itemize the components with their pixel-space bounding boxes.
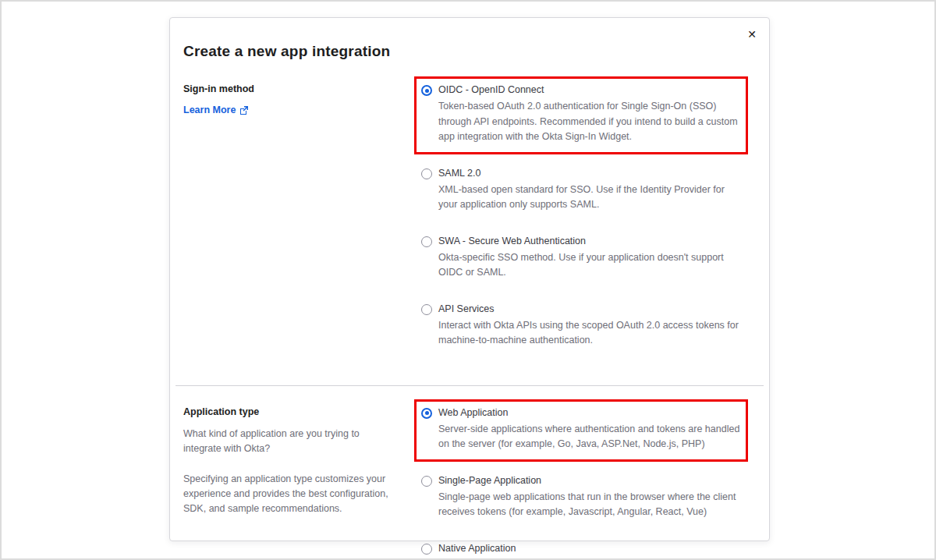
option-label: Native Application bbox=[438, 542, 741, 555]
option-api-services[interactable]: API Services Interact with Okta APIs usi… bbox=[414, 296, 748, 358]
option-description: Okta-specific SSO method. Use if your ap… bbox=[438, 250, 741, 281]
signin-method-options: OIDC - OpenID Connect Token-based OAuth … bbox=[414, 76, 748, 363]
signin-method-left-column: Sign-in method Learn More bbox=[183, 76, 414, 116]
option-text: Native Application Desktop or mobile app… bbox=[438, 542, 741, 560]
option-native-application[interactable]: Native Application Desktop or mobile app… bbox=[414, 535, 748, 560]
option-web-application[interactable]: Web Application Server-side applications… bbox=[414, 399, 748, 462]
option-label: OIDC - OpenID Connect bbox=[438, 83, 741, 96]
option-single-page-application[interactable]: Single-Page Application Single-page web … bbox=[414, 467, 748, 530]
option-text: Web Application Server-side applications… bbox=[438, 406, 741, 452]
dialog-title: Create a new app integration bbox=[183, 43, 748, 60]
radio-unselected-icon[interactable] bbox=[421, 544, 432, 555]
learn-more-link[interactable]: Learn More bbox=[183, 105, 248, 115]
option-text: API Services Interact with Okta APIs usi… bbox=[438, 303, 741, 349]
radio-selected-icon[interactable] bbox=[421, 85, 432, 96]
option-saml-2-0[interactable]: SAML 2.0 XML-based open standard for SSO… bbox=[414, 160, 748, 222]
option-swa-secure-web-authentication[interactable]: SWA - Secure Web Authentication Okta-spe… bbox=[414, 228, 748, 290]
application-type-label: Application type bbox=[183, 406, 391, 417]
application-type-help-text-2: Specifying an application type customize… bbox=[183, 472, 391, 516]
radio-unselected-icon[interactable] bbox=[421, 168, 432, 179]
signin-method-label: Sign-in method bbox=[183, 83, 391, 94]
learn-more-label: Learn More bbox=[183, 105, 236, 115]
option-label: SWA - Secure Web Authentication bbox=[438, 235, 741, 247]
radio-unselected-icon[interactable] bbox=[421, 304, 432, 315]
application-type-options: Web Application Server-side applications… bbox=[414, 399, 748, 560]
application-type-section: Application type What kind of applicatio… bbox=[183, 399, 748, 560]
option-label: Web Application bbox=[438, 406, 741, 419]
close-icon[interactable]: ✕ bbox=[747, 29, 757, 40]
section-divider bbox=[176, 385, 764, 386]
application-type-help-text-1: What kind of application are you trying … bbox=[183, 427, 391, 456]
option-description: Server-side applications where authentic… bbox=[438, 422, 741, 452]
option-description: Desktop or mobile applications that run … bbox=[438, 558, 741, 560]
option-description: XML-based open standard for SSO. Use if … bbox=[438, 183, 741, 213]
option-text: OIDC - OpenID Connect Token-based OAuth … bbox=[438, 83, 741, 145]
page-background: ✕ Create a new app integration Sign-in m… bbox=[0, 0, 936, 560]
option-label: Single-Page Application bbox=[438, 474, 741, 487]
application-type-left-column: Application type What kind of applicatio… bbox=[183, 399, 414, 516]
option-text: SAML 2.0 XML-based open standard for SSO… bbox=[438, 167, 741, 213]
external-link-icon bbox=[239, 106, 248, 115]
radio-selected-icon[interactable] bbox=[421, 408, 432, 419]
option-description: Single-page web applications that run in… bbox=[438, 490, 741, 520]
option-description: Interact with Okta APIs using the scoped… bbox=[438, 318, 741, 349]
option-oidc-openid-connect[interactable]: OIDC - OpenID Connect Token-based OAuth … bbox=[414, 76, 748, 154]
signin-method-section: Sign-in method Learn More OIDC - OpenID … bbox=[183, 76, 748, 363]
option-label: API Services bbox=[438, 303, 741, 315]
create-app-integration-dialog: ✕ Create a new app integration Sign-in m… bbox=[169, 17, 770, 541]
option-text: SWA - Secure Web Authentication Okta-spe… bbox=[438, 235, 741, 281]
option-label: SAML 2.0 bbox=[438, 167, 741, 179]
option-text: Single-Page Application Single-page web … bbox=[438, 474, 741, 520]
radio-unselected-icon[interactable] bbox=[421, 236, 432, 247]
radio-unselected-icon[interactable] bbox=[421, 476, 432, 487]
option-description: Token-based OAuth 2.0 authentication for… bbox=[438, 99, 741, 145]
